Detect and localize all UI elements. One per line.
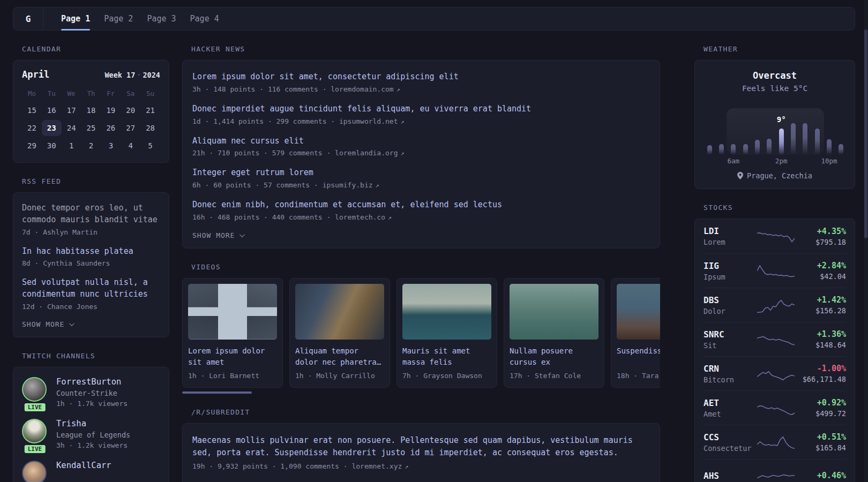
- page-scrollbar-thumb[interactable]: [864, 29, 867, 238]
- live-badge: LIVE: [24, 402, 47, 412]
- hn-item-title-link[interactable]: Integer eget rutrum lorem: [192, 167, 650, 179]
- channel-name-link[interactable]: ForrestBurton: [56, 377, 128, 387]
- video-title-link[interactable]: Lorem ipsum dolor sit amet consectetu…: [188, 345, 277, 368]
- tab-page-4[interactable]: Page 4: [183, 7, 226, 30]
- calendar-day[interactable]: 1: [62, 138, 81, 154]
- weather-hour-bar: [803, 123, 807, 155]
- video-thumbnail[interactable]: [295, 284, 384, 340]
- hn-item-meta: 3h · 148 points · 116 comments · loremdo…: [192, 85, 650, 93]
- external-link-icon[interactable]: ↗: [401, 149, 405, 157]
- stock-row: SNRCSit +1.36%$148.64: [704, 322, 846, 356]
- weekday-label: Mo: [22, 85, 42, 101]
- calendar-day[interactable]: 24: [62, 120, 81, 136]
- hn-item-title-link[interactable]: Donec imperdiet augue tincidunt felis al…: [192, 103, 650, 115]
- reddit-meta-text: 19h · 9,932 points · 1,090 comments · lo…: [192, 462, 402, 470]
- video-title-link[interactable]: Mauris sit amet massa felis: [402, 345, 491, 368]
- external-link-icon[interactable]: ↗: [396, 86, 400, 93]
- weather-hour-bar: [779, 129, 784, 155]
- calendar-day[interactable]: 27: [121, 120, 140, 136]
- external-link-icon[interactable]: ↗: [388, 214, 392, 221]
- video-title-link[interactable]: Aliquam tempor dolor nec pharetra…: [295, 345, 384, 368]
- calendar-day[interactable]: 19: [101, 102, 121, 118]
- stock-symbol-link[interactable]: LDI: [704, 226, 757, 236]
- video-card[interactable]: Nullam posuere cursus ex 17h · Stefan Co…: [504, 278, 604, 388]
- external-link-icon[interactable]: ↗: [401, 118, 405, 125]
- hackernews-header: HACKER NEWS: [182, 45, 660, 53]
- calendar-day[interactable]: 22: [22, 120, 42, 136]
- stock-symbol-link[interactable]: AET: [704, 398, 757, 408]
- stock-change: -1.00%: [795, 364, 846, 373]
- calendar-day[interactable]: 28: [140, 120, 160, 136]
- external-link-icon[interactable]: ↗: [405, 463, 408, 470]
- carousel-scrollbar-thumb[interactable]: [182, 391, 252, 394]
- video-title-link[interactable]: Suspendisse diam: [617, 345, 660, 368]
- rss-item-title-link[interactable]: Donec tempor eros leo, ut commodo mauris…: [22, 202, 160, 226]
- stock-sparkline: [757, 296, 795, 315]
- videos-widget: VIDEOS Lorem ipsum dolor sit amet consec…: [182, 263, 660, 394]
- calendar-day[interactable]: 30: [42, 138, 62, 154]
- hn-item-title-link[interactable]: Donec enim nibh, condimentum et accumsan…: [192, 199, 650, 211]
- calendar-day[interactable]: 17: [62, 102, 81, 118]
- hackernews-card: Lorem ipsum dolor sit amet, consectetur …: [182, 60, 660, 248]
- videos-carousel: Lorem ipsum dolor sit amet consectetu… 1…: [182, 278, 660, 388]
- hn-show-more-button[interactable]: SHOW MORE: [192, 231, 650, 239]
- channel-name-link[interactable]: Trisha: [56, 419, 130, 428]
- stock-name: Ipsum: [704, 273, 757, 281]
- stock-symbol-link[interactable]: CCS: [704, 432, 757, 442]
- video-card[interactable]: Suspendisse diam 18h · Tara: [611, 278, 660, 388]
- show-more-label: SHOW MORE: [22, 320, 64, 328]
- video-card[interactable]: Lorem ipsum dolor sit amet consectetu… 1…: [182, 278, 283, 388]
- tab-page-1[interactable]: Page 1: [54, 7, 97, 30]
- video-card[interactable]: Aliquam tempor dolor nec pharetra… 1h · …: [289, 278, 390, 388]
- stock-symbol-link[interactable]: DBS: [704, 295, 757, 305]
- hn-item: Donec enim nibh, condimentum et accumsan…: [192, 199, 650, 221]
- calendar-day[interactable]: 20: [121, 102, 140, 118]
- calendar-day[interactable]: 29: [22, 138, 42, 154]
- hn-item-title-link[interactable]: Lorem ipsum dolor sit amet, consectetur …: [192, 71, 650, 83]
- weather-hour-bar: [731, 144, 736, 155]
- rss-show-more-button[interactable]: SHOW MORE: [22, 320, 160, 328]
- video-thumbnail[interactable]: [617, 284, 660, 340]
- time-tick-label: 2pm: [775, 157, 788, 165]
- calendar-day[interactable]: 18: [81, 102, 101, 118]
- stock-symbol-link[interactable]: CRN: [704, 364, 757, 374]
- week-number: Week 17: [104, 71, 135, 79]
- calendar-day[interactable]: 21: [140, 102, 160, 118]
- video-thumbnail[interactable]: [188, 284, 277, 340]
- stock-change: +0.46%: [795, 471, 846, 480]
- weather-location-row: Prague, Czechia: [704, 171, 846, 180]
- calendar-day[interactable]: 26: [101, 120, 121, 136]
- stock-sparkline: [757, 261, 795, 281]
- hn-item: Integer eget rutrum lorem 6h · 60 points…: [192, 167, 650, 189]
- weather-hour-bar: [791, 123, 796, 155]
- calendar-day[interactable]: 25: [81, 120, 101, 136]
- external-link-icon[interactable]: ↗: [376, 182, 379, 189]
- calendar-day-selected[interactable]: 23: [42, 120, 62, 136]
- calendar-day[interactable]: 5: [140, 138, 160, 154]
- page-scrollbar-track[interactable]: [864, 0, 868, 482]
- reddit-post-title-link[interactable]: Maecenas mollis pulvinar erat non posuer…: [192, 434, 650, 460]
- hn-item-title-link[interactable]: Aliquam nec cursus elit: [192, 135, 650, 147]
- tab-page-3[interactable]: Page 3: [140, 7, 183, 30]
- calendar-day[interactable]: 3: [101, 138, 121, 154]
- stock-symbol-link[interactable]: IIG: [704, 261, 757, 271]
- video-title-link[interactable]: Nullam posuere cursus ex: [510, 345, 598, 368]
- stock-change: +0.51%: [795, 432, 846, 442]
- avatar: [22, 419, 47, 443]
- rss-item-meta: 7d · Ashlyn Martin: [22, 228, 160, 236]
- stock-symbol-link[interactable]: SNRC: [704, 329, 757, 340]
- channel-name-link[interactable]: KendallCarr: [56, 461, 111, 470]
- stock-symbol-link[interactable]: AHS: [704, 471, 757, 481]
- avatar-wrap: LIVE: [22, 461, 48, 482]
- video-thumbnail[interactable]: [402, 284, 491, 340]
- calendar-day[interactable]: 16: [42, 102, 62, 118]
- video-thumbnail[interactable]: [510, 284, 598, 340]
- video-card[interactable]: Mauris sit amet massa felis 7h · Grayson…: [396, 278, 497, 388]
- calendar-day[interactable]: 4: [121, 138, 140, 154]
- rss-item-title-link[interactable]: In hac habitasse platea: [22, 246, 160, 258]
- rss-item-title-link[interactable]: Sed volutpat nulla nisl, a condimentum n…: [22, 277, 160, 300]
- calendar-day[interactable]: 2: [81, 138, 101, 154]
- app-logo[interactable]: G: [13, 7, 43, 30]
- tab-page-2[interactable]: Page 2: [97, 7, 140, 30]
- calendar-day[interactable]: 15: [22, 102, 42, 118]
